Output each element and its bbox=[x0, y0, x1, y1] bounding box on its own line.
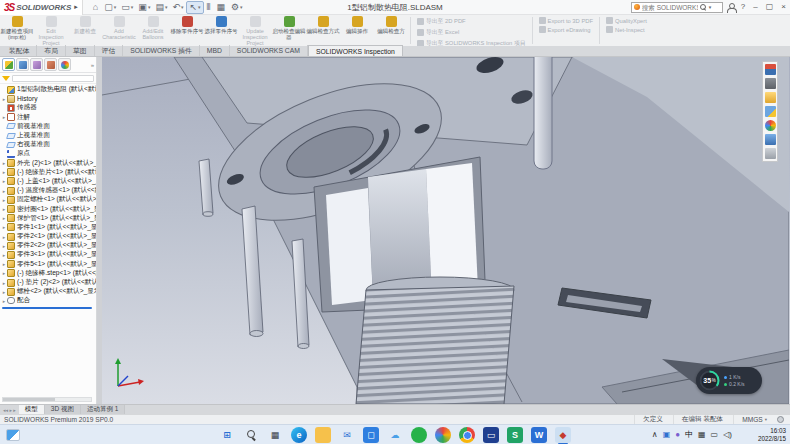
command-tab[interactable]: SOLIDWORKS 插件 bbox=[123, 45, 200, 56]
dropdown-caret-icon[interactable]: ▾ bbox=[165, 3, 168, 12]
tree-item[interactable]: ▸ (-) 绝缘垫片<1> (默认<<默认>_显 bbox=[1, 168, 96, 177]
close-button[interactable]: × bbox=[779, 1, 788, 13]
taskbar-search-icon[interactable] bbox=[243, 427, 259, 443]
open-icon[interactable]: ▭▾ bbox=[119, 2, 135, 13]
dimxpertmanager-tab[interactable] bbox=[44, 58, 57, 71]
tree-item[interactable]: 上视基准面 bbox=[1, 131, 96, 140]
ribbon-button[interactable]: 新建检查 bbox=[68, 15, 102, 46]
rebuild-traffic-light-icon[interactable]: ⦀ bbox=[205, 2, 214, 13]
tree-item[interactable]: 1型铝制散热电阻 (默认<默认_显示状态-1 bbox=[1, 85, 96, 94]
monitor-app-icon[interactable]: ▭ bbox=[483, 427, 499, 443]
configurationmanager-tab[interactable] bbox=[30, 58, 43, 71]
chrome-icon[interactable] bbox=[459, 427, 475, 443]
print-icon[interactable]: ▤▾ bbox=[153, 2, 169, 13]
menu-flyout-icon[interactable]: ▸ bbox=[74, 3, 78, 11]
custom-properties-icon[interactable] bbox=[765, 134, 776, 145]
performance-overlay[interactable]: 35% 1 K/s 0.2 K/s bbox=[696, 367, 762, 394]
options-gear-icon[interactable]: ⚙▾ bbox=[229, 2, 245, 13]
command-tab[interactable]: 草图 bbox=[66, 45, 95, 56]
tree-item[interactable]: 原点 bbox=[1, 149, 96, 158]
tree-item[interactable]: ▸ (-) 垫片 (2)<2> (默认<<默认>_显示 bbox=[1, 278, 96, 287]
command-tab[interactable]: SOLIDWORKS CAM bbox=[230, 45, 308, 56]
ribbon-button[interactable]: 启动检查编辑器 bbox=[272, 15, 306, 46]
command-tab[interactable]: 装配体 bbox=[2, 45, 37, 56]
status-item[interactable]: 在编辑 装配体 bbox=[673, 415, 733, 424]
ribbon-button[interactable]: 移除零件序号 bbox=[170, 15, 204, 46]
minimize-button[interactable]: – bbox=[751, 1, 759, 13]
filter-input[interactable] bbox=[12, 75, 94, 82]
colorwheel-app-icon[interactable] bbox=[435, 427, 451, 443]
scrollbar-thumb[interactable] bbox=[3, 398, 55, 401]
export-item[interactable]: Export eDrawing bbox=[539, 26, 593, 33]
tree-item[interactable]: ▸ 配合 bbox=[1, 296, 96, 305]
filter-funnel-icon[interactable] bbox=[2, 76, 10, 81]
dropdown-caret-icon[interactable]: ▾ bbox=[114, 3, 117, 12]
ribbon-button[interactable]: Update Inspection Project bbox=[238, 15, 272, 46]
tray-volume-icon[interactable]: ◁) bbox=[723, 430, 732, 440]
app-s-icon[interactable]: S bbox=[507, 427, 523, 443]
ribbon-button[interactable]: Edit Inspection Project bbox=[34, 15, 68, 46]
command-tab[interactable]: 评估 bbox=[95, 45, 124, 56]
graphics-viewport[interactable]: 35% 1 K/s 0.2 K/s bbox=[102, 57, 790, 404]
help-search-box[interactable]: ▾ bbox=[631, 2, 723, 13]
file-explorer-icon[interactable] bbox=[315, 427, 331, 443]
tree-item[interactable]: ▸ 固定螺栓<1> (默认<<默认>_显示 bbox=[1, 195, 96, 204]
dropdown-caret-icon[interactable]: ▾ bbox=[181, 3, 184, 12]
tab-scroll-buttons[interactable]: ◂◂ ▸ ▸ bbox=[0, 405, 19, 414]
app-w-icon[interactable]: W bbox=[531, 427, 547, 443]
export-item[interactable]: 导出至 Excel bbox=[417, 28, 526, 37]
tree-item[interactable]: ▸ 注解 bbox=[1, 113, 96, 122]
status-item[interactable]: 欠定义 bbox=[634, 415, 673, 424]
document-tab[interactable]: 模型 bbox=[19, 405, 45, 414]
tray-layout-icon[interactable]: ▦ bbox=[698, 430, 706, 440]
view-palette-icon[interactable] bbox=[765, 106, 776, 117]
ribbon-button[interactable]: Add/Edit Balloons bbox=[136, 15, 170, 46]
tray-shield-icon[interactable]: ▣ bbox=[663, 430, 671, 440]
tray-expand-icon[interactable]: ∧ bbox=[652, 430, 658, 440]
export-item[interactable]: Net-Inspect bbox=[606, 26, 647, 33]
dropdown-caret-icon[interactable]: ▾ bbox=[240, 3, 243, 12]
tree-item[interactable]: ▸ 保护管<1> (默认<<默认>_显示状 bbox=[1, 214, 96, 223]
tree-item[interactable]: 右视基准面 bbox=[1, 140, 96, 149]
cloud-app-icon[interactable]: ☁ bbox=[387, 427, 403, 443]
file-explorer-pane-icon[interactable] bbox=[765, 92, 776, 103]
undo-icon[interactable]: ↶▾ bbox=[170, 2, 185, 13]
ime-chinese-icon[interactable]: 中 bbox=[685, 430, 693, 440]
ribbon-button[interactable]: 编辑检查方式 bbox=[306, 15, 340, 46]
search-dropdown-icon[interactable]: ▾ bbox=[709, 4, 712, 10]
tree-item[interactable]: ▸ 零件1<1> (默认<<默认>_显示状态 bbox=[1, 223, 96, 232]
solidworks-logo[interactable]: 3S SOLIDWORKS ▸ bbox=[0, 0, 83, 15]
export-item[interactable]: QualityXpert bbox=[606, 17, 647, 24]
propertymanager-tab[interactable] bbox=[16, 58, 29, 71]
start-button[interactable]: ⊞ bbox=[219, 427, 235, 443]
new-document-icon[interactable]: ▢▾ bbox=[102, 2, 118, 13]
tree-item[interactable]: ▸ (-) 温度传感器<1> (默认<<默认>_ bbox=[1, 186, 96, 195]
tree-item[interactable]: ▸ 密封圈<1> (默认<<默认>_显示状 bbox=[1, 204, 96, 213]
tree-item[interactable]: ▸ (-) 上盖<1> (默认<<默认>_显示状 bbox=[1, 177, 96, 186]
status-item[interactable]: MMGS▾ bbox=[733, 415, 775, 424]
solidworks-resources-icon[interactable] bbox=[765, 64, 776, 75]
tree-item[interactable]: ▸ 零件2<2> (默认<<默认>_显示状 bbox=[1, 241, 96, 250]
ribbon-button[interactable]: 编辑操作 bbox=[340, 15, 374, 46]
edge-icon[interactable]: e bbox=[291, 427, 307, 443]
file-properties-icon[interactable]: ▦ bbox=[215, 2, 229, 13]
taskbar-clock[interactable]: 16:03 2022/8/15 bbox=[758, 427, 786, 443]
home-icon[interactable]: ⌂ bbox=[91, 2, 101, 13]
store-icon[interactable]: ◻ bbox=[363, 427, 379, 443]
widgets-icon[interactable] bbox=[6, 429, 20, 441]
login-person-icon[interactable] bbox=[727, 3, 735, 12]
dropdown-caret-icon[interactable]: ▾ bbox=[148, 3, 151, 12]
tree-item[interactable]: ▸ 零件2<1> (默认<<默认>_显示状 bbox=[1, 232, 96, 241]
command-tab[interactable]: MBD bbox=[200, 45, 230, 56]
command-tab[interactable]: 布局 bbox=[37, 45, 66, 56]
rollback-bar[interactable] bbox=[2, 307, 92, 309]
export-item[interactable]: 导出至 2D PDF bbox=[417, 17, 526, 26]
save-icon[interactable]: ▣▾ bbox=[136, 2, 152, 13]
task-view-icon[interactable]: ▦ bbox=[267, 427, 283, 443]
tree-item[interactable]: ▸ 外壳 (2)<1> (默认<<默认>_显示状 bbox=[1, 159, 96, 168]
status-tag-icon[interactable] bbox=[777, 416, 784, 423]
forum-icon[interactable] bbox=[765, 148, 776, 159]
featuremanager-tab[interactable] bbox=[2, 58, 15, 71]
tree-item[interactable]: ▸ History bbox=[1, 94, 96, 103]
dropdown-caret-icon[interactable]: ▾ bbox=[198, 3, 201, 12]
